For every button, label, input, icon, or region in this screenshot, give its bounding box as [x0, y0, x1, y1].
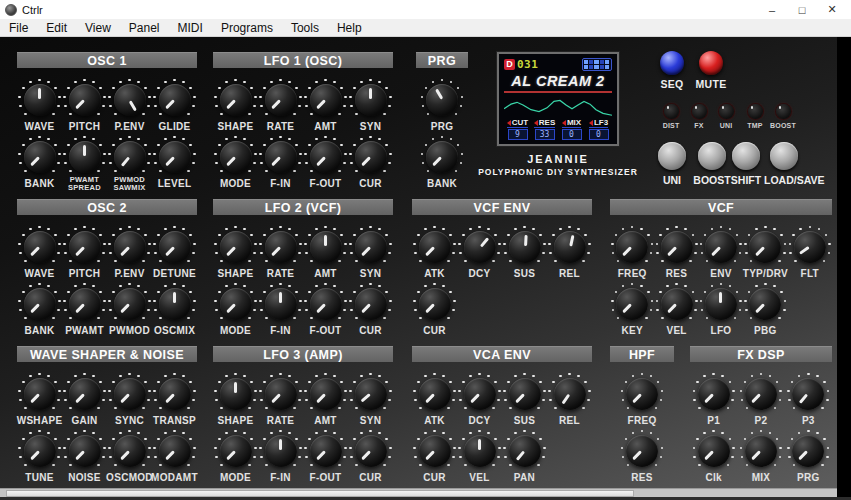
- menu-item-file[interactable]: File: [0, 19, 37, 37]
- dist-mini-knob[interactable]: [664, 104, 679, 119]
- vcfenv-cur-knob[interactable]: [419, 288, 451, 320]
- minimize-button[interactable]: –: [757, 0, 787, 19]
- osc2-wave-knob[interactable]: [24, 231, 56, 263]
- boost-button[interactable]: [698, 142, 726, 170]
- lfo3-rate-knob[interactable]: [265, 378, 297, 410]
- shaper-oscmod-knob[interactable]: [114, 435, 146, 467]
- lfo2-cur-knob[interactable]: [355, 288, 387, 320]
- lfo1-f-out-knob[interactable]: [310, 141, 342, 173]
- lfo3-syn-knob[interactable]: [355, 378, 387, 410]
- vcaenv-rel-knob[interactable]: [554, 378, 586, 410]
- vcf-key-knob[interactable]: [616, 288, 648, 320]
- shift-button[interactable]: [732, 142, 760, 170]
- vcaenv-dcy-knob[interactable]: [464, 378, 496, 410]
- shaper-modamt-knob[interactable]: [159, 435, 191, 467]
- osc2-pitch-knob[interactable]: [69, 231, 101, 263]
- menu-item-help[interactable]: Help: [328, 19, 371, 37]
- fxdsp-p2-knob[interactable]: [745, 378, 777, 410]
- shaper-noise-knob[interactable]: [69, 435, 101, 467]
- menu-item-view[interactable]: View: [76, 19, 120, 37]
- vcf-vel-knob[interactable]: [661, 288, 693, 320]
- vcfenv-atk-knob[interactable]: [419, 231, 451, 263]
- vcf-lfo-knob[interactable]: [705, 288, 737, 320]
- uni-button[interactable]: [658, 142, 686, 170]
- shaper-wshape-knob[interactable]: [24, 378, 56, 410]
- osc1-p-env-knob[interactable]: [114, 84, 146, 116]
- osc2-pwmod-knob[interactable]: [114, 288, 146, 320]
- fxdsp-clk-knob[interactable]: [698, 435, 730, 467]
- hpf-freq-knob[interactable]: [626, 378, 658, 410]
- mute-led-button[interactable]: [699, 51, 723, 75]
- lfo1-rate-knob[interactable]: [265, 84, 297, 116]
- lfo3-f-out-knob[interactable]: [310, 435, 342, 467]
- prg-prg-knob[interactable]: [426, 84, 458, 116]
- vcaenv-atk-knob[interactable]: [419, 378, 451, 410]
- lfo3-f-in-knob[interactable]: [265, 435, 297, 467]
- vcf-flt-knob[interactable]: [794, 231, 826, 263]
- lfo2-rate-knob[interactable]: [265, 231, 297, 263]
- horizontal-scrollbar[interactable]: [0, 488, 837, 497]
- lfo2-syn-knob[interactable]: [355, 231, 387, 263]
- lfo1-cur-knob[interactable]: [355, 141, 387, 173]
- menu-item-programs[interactable]: Programs: [212, 19, 282, 37]
- uni-mini-knob[interactable]: [719, 104, 734, 119]
- fx-mini-knob[interactable]: [692, 104, 707, 119]
- lfo1-amt-knob[interactable]: [310, 84, 342, 116]
- osc2-bank-knob[interactable]: [24, 288, 56, 320]
- osc1-pitch-knob[interactable]: [69, 84, 101, 116]
- vcfenv-rel-knob[interactable]: [554, 231, 586, 263]
- lfo1-shape-knob[interactable]: [220, 84, 252, 116]
- horizontal-scrollbar-thumb[interactable]: [6, 490, 634, 497]
- osc2-pwamt-knob[interactable]: [69, 288, 101, 320]
- lfo1-mode-knob[interactable]: [220, 141, 252, 173]
- fxdsp-prg-knob[interactable]: [792, 435, 824, 467]
- load-save-button[interactable]: [770, 142, 798, 170]
- vcaenv-pan-knob[interactable]: [509, 435, 541, 467]
- lfo2-amt-knob[interactable]: [310, 231, 342, 263]
- boost-mini-knob[interactable]: [776, 104, 791, 119]
- tmp-mini-knob[interactable]: [748, 104, 763, 119]
- vcf-res-knob[interactable]: [661, 231, 693, 263]
- osc2-p-env-knob[interactable]: [114, 231, 146, 263]
- osc1-pwmod-sawmix-knob[interactable]: [114, 141, 146, 173]
- hpf-res-knob[interactable]: [626, 435, 658, 467]
- shaper-gain-knob[interactable]: [69, 378, 101, 410]
- osc1-pwamt-spread-knob[interactable]: [69, 141, 101, 173]
- vcf-freq-knob[interactable]: [616, 231, 648, 263]
- shaper-sync-knob[interactable]: [114, 378, 146, 410]
- menu-item-edit[interactable]: Edit: [37, 19, 76, 37]
- vcf-pbg-knob[interactable]: [749, 288, 781, 320]
- lfo2-mode-knob[interactable]: [220, 288, 252, 320]
- lfo2-f-out-knob[interactable]: [310, 288, 342, 320]
- lfo3-mode-knob[interactable]: [220, 435, 252, 467]
- vcaenv-sus-knob[interactable]: [509, 378, 541, 410]
- osc1-glide-knob[interactable]: [159, 84, 191, 116]
- lfo3-cur-knob[interactable]: [355, 435, 387, 467]
- menu-item-midi[interactable]: MIDI: [169, 19, 212, 37]
- shaper-transp-knob[interactable]: [159, 378, 191, 410]
- menu-item-panel[interactable]: Panel: [120, 19, 169, 37]
- lfo3-amt-knob[interactable]: [310, 378, 342, 410]
- lfo2-shape-knob[interactable]: [220, 231, 252, 263]
- osc2-detune-knob[interactable]: [159, 231, 191, 263]
- osc2-oscmix-knob[interactable]: [159, 288, 191, 320]
- lfo1-f-in-knob[interactable]: [265, 141, 297, 173]
- vcfenv-sus-knob[interactable]: [509, 231, 541, 263]
- fxdsp-p3-knob[interactable]: [792, 378, 824, 410]
- fxdsp-mix-knob[interactable]: [745, 435, 777, 467]
- menu-item-tools[interactable]: Tools: [282, 19, 328, 37]
- lfo1-syn-knob[interactable]: [355, 84, 387, 116]
- vcaenv-cur-knob[interactable]: [419, 435, 451, 467]
- prg-bank-knob[interactable]: [426, 141, 458, 173]
- lfo2-f-in-knob[interactable]: [265, 288, 297, 320]
- osc1-level-knob[interactable]: [159, 141, 191, 173]
- vcaenv-vel-knob[interactable]: [464, 435, 496, 467]
- vcf-env-knob[interactable]: [705, 231, 737, 263]
- vcfenv-dcy-knob[interactable]: [464, 231, 496, 263]
- close-button[interactable]: ✕: [817, 0, 847, 19]
- osc1-bank-knob[interactable]: [24, 141, 56, 173]
- vcf-typ-drv-knob[interactable]: [749, 231, 781, 263]
- lfo3-shape-knob[interactable]: [220, 378, 252, 410]
- fxdsp-p1-knob[interactable]: [698, 378, 730, 410]
- osc1-wave-knob[interactable]: [24, 84, 56, 116]
